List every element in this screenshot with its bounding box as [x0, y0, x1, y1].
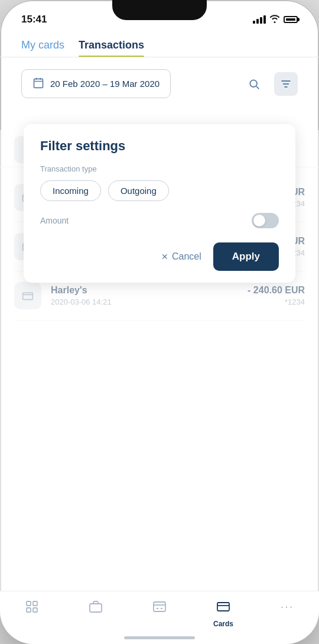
briefcase-icon — [89, 600, 103, 617]
bottom-nav-more[interactable]: ··· — [269, 600, 305, 613]
svg-point-4 — [250, 80, 257, 87]
svg-rect-15 — [27, 601, 31, 606]
more-icon: ··· — [281, 600, 294, 613]
svg-rect-18 — [33, 608, 37, 612]
tab-my-cards[interactable]: My cards — [21, 39, 64, 57]
tab-transactions[interactable]: Transactions — [79, 39, 144, 57]
filter-title: Filter settings — [40, 138, 279, 154]
filter-panel-wrapper: Filter settings Transaction type Incomin… — [0, 124, 319, 283]
svg-rect-19 — [90, 604, 102, 612]
cancel-x-icon: ✕ — [161, 252, 168, 261]
filter-actions: ✕ Cancel Apply — [40, 242, 279, 271]
filter-amount-row: Amount — [40, 213, 279, 228]
chip-outgoing[interactable]: Outgoing — [108, 180, 169, 201]
svg-line-5 — [256, 86, 259, 89]
filter-panel: Filter settings Transaction type Incomin… — [24, 124, 295, 283]
notch — [112, 0, 207, 20]
svg-rect-17 — [27, 608, 31, 612]
bottom-nav-transfer[interactable] — [142, 600, 177, 617]
transaction-type-label: Transaction type — [40, 164, 279, 173]
home-indicator — [124, 636, 195, 639]
tab-underline — [0, 57, 319, 57]
apply-button[interactable]: Apply — [213, 242, 279, 271]
chip-incoming[interactable]: Incoming — [40, 180, 101, 201]
bottom-nav-cards[interactable]: Cards — [206, 600, 241, 628]
signal-icon — [253, 15, 266, 24]
date-bar: 20 Feb 2020 – 19 Mar 2020 — [0, 57, 319, 108]
status-time: 15:41 — [21, 14, 47, 25]
calendar-icon — [32, 77, 44, 90]
cards-icon — [216, 600, 230, 617]
date-range-value: 20 Feb 2020 – 19 Mar 2020 — [50, 79, 160, 89]
nav-tabs: My cards Transactions — [0, 31, 319, 57]
cancel-button[interactable]: ✕ Cancel — [161, 251, 201, 262]
status-icons — [253, 15, 298, 25]
svg-rect-21 — [217, 603, 229, 611]
svg-rect-0 — [34, 79, 43, 88]
bottom-nav-home[interactable] — [14, 600, 50, 617]
phone-frame: 15:41 My cards Transactions — [0, 0, 319, 644]
filter-chips: Incoming Outgoing — [40, 180, 279, 201]
date-range-input[interactable]: 20 Feb 2020 – 19 Mar 2020 — [21, 69, 171, 98]
cards-label: Cards — [213, 620, 233, 628]
svg-rect-20 — [154, 602, 165, 611]
svg-rect-16 — [33, 601, 37, 606]
transfer-icon — [152, 600, 167, 617]
battery-icon — [284, 16, 298, 23]
home-icon — [25, 600, 39, 617]
wifi-icon — [269, 15, 280, 25]
amount-label: Amount — [40, 216, 69, 225]
filter-button[interactable] — [274, 72, 298, 96]
bottom-nav-briefcase[interactable] — [78, 600, 113, 617]
date-icons — [242, 72, 298, 96]
amount-toggle[interactable] — [252, 213, 279, 228]
search-button[interactable] — [242, 72, 266, 96]
